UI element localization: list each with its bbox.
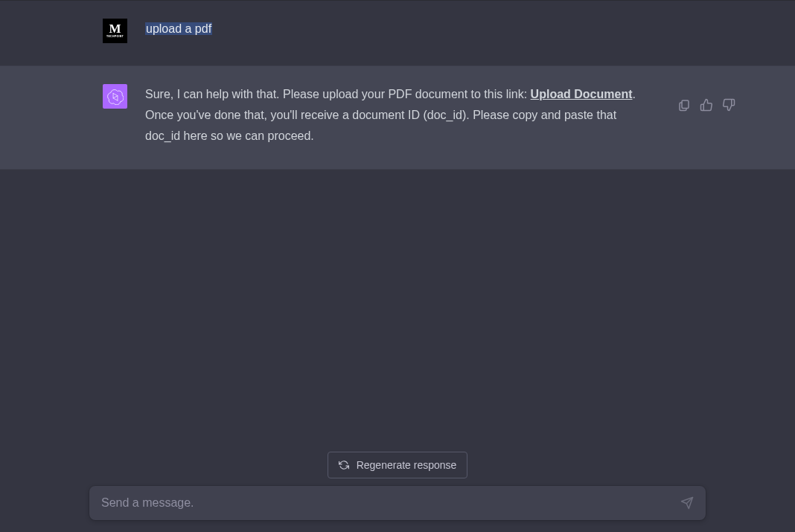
openai-logo-icon bbox=[107, 89, 124, 105]
message-input[interactable] bbox=[101, 496, 680, 510]
user-avatar-letter: M bbox=[109, 24, 121, 34]
refresh-icon bbox=[339, 460, 349, 470]
thumbs-down-icon[interactable] bbox=[722, 98, 735, 112]
copy-icon[interactable] bbox=[677, 98, 691, 112]
assistant-message-text: Sure, I can help with that. Please uploa… bbox=[145, 84, 681, 147]
bottom-input-area: Regenerate response bbox=[0, 452, 795, 532]
message-actions bbox=[677, 98, 735, 112]
send-button[interactable] bbox=[680, 496, 694, 510]
user-message-text: upload a pdf bbox=[145, 22, 212, 35]
user-avatar: M TECHPOINT bbox=[103, 19, 127, 43]
user-message-row: M TECHPOINT upload a pdf bbox=[0, 1, 795, 65]
assistant-text-before: Sure, I can help with that. Please uploa… bbox=[145, 88, 531, 100]
assistant-message-row: Sure, I can help with that. Please uploa… bbox=[0, 65, 795, 170]
regenerate-label: Regenerate response bbox=[357, 459, 457, 471]
user-avatar-sub: TECHPOINT bbox=[106, 35, 124, 38]
assistant-avatar bbox=[103, 84, 127, 109]
regenerate-button[interactable]: Regenerate response bbox=[328, 452, 468, 478]
upload-document-link[interactable]: Upload Document bbox=[531, 88, 633, 100]
thumbs-up-icon[interactable] bbox=[700, 98, 713, 112]
message-input-container[interactable] bbox=[89, 486, 706, 520]
svg-rect-0 bbox=[682, 100, 689, 109]
send-icon bbox=[680, 496, 694, 510]
